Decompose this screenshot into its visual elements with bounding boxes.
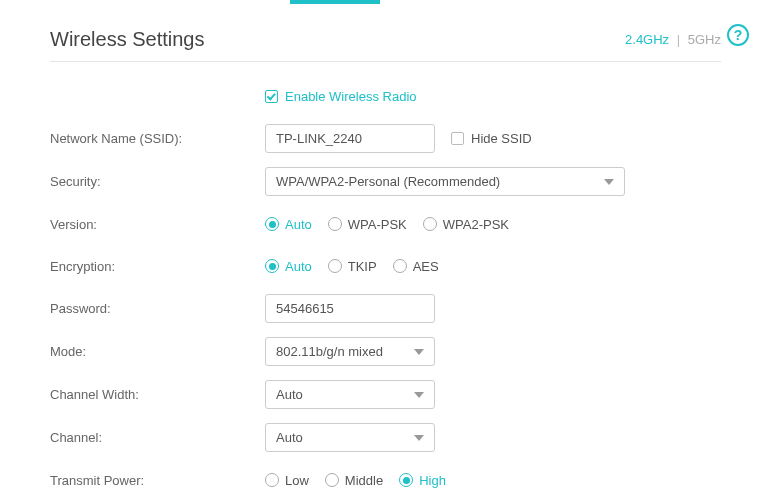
hide-ssid-label: Hide SSID [471, 131, 532, 146]
enable-wireless-label: Enable Wireless Radio [285, 89, 417, 104]
mode-value: 802.11b/g/n mixed [276, 344, 383, 359]
radio-icon [265, 259, 279, 273]
password-label: Password: [50, 301, 265, 316]
mode-label: Mode: [50, 344, 265, 359]
band-tabs: 2.4GHz | 5GHz [625, 32, 721, 47]
transmit-power-label: Transmit Power: [50, 473, 265, 488]
channel-select[interactable]: Auto [265, 423, 435, 452]
transmit-radio-high[interactable]: High [399, 473, 446, 488]
radio-icon [265, 217, 279, 231]
radio-label: WPA2-PSK [443, 217, 509, 232]
hide-ssid-checkbox[interactable]: Hide SSID [451, 131, 532, 146]
mode-select[interactable]: 802.11b/g/n mixed [265, 337, 435, 366]
version-radio-wpa-psk[interactable]: WPA-PSK [328, 217, 407, 232]
enable-wireless-checkbox[interactable]: Enable Wireless Radio [265, 89, 417, 104]
encryption-radio-auto[interactable]: Auto [265, 259, 312, 274]
encryption-label: Encryption: [50, 259, 265, 274]
transmit-radio-low[interactable]: Low [265, 473, 309, 488]
checkbox-icon [265, 90, 278, 103]
version-radio-group: AutoWPA-PSKWPA2-PSK [265, 217, 721, 232]
password-input[interactable] [265, 294, 435, 323]
security-value: WPA/WPA2-Personal (Recommended) [276, 174, 500, 189]
radio-icon [325, 473, 339, 487]
radio-icon [399, 473, 413, 487]
ssid-label: Network Name (SSID): [50, 131, 265, 146]
radio-icon [328, 259, 342, 273]
radio-label: AES [413, 259, 439, 274]
page-title: Wireless Settings [50, 28, 205, 51]
radio-label: WPA-PSK [348, 217, 407, 232]
chevron-down-icon [414, 349, 424, 355]
chevron-down-icon [414, 435, 424, 441]
version-radio-wpa2-psk[interactable]: WPA2-PSK [423, 217, 509, 232]
radio-label: Auto [285, 259, 312, 274]
version-radio-auto[interactable]: Auto [265, 217, 312, 232]
channel-value: Auto [276, 430, 303, 445]
chevron-down-icon [414, 392, 424, 398]
tab-5ghz[interactable]: 5GHz [688, 32, 721, 47]
tab-24ghz[interactable]: 2.4GHz [625, 32, 669, 47]
transmit-radio-middle[interactable]: Middle [325, 473, 383, 488]
version-label: Version: [50, 217, 265, 232]
top-accent-bar [0, 0, 771, 4]
ssid-input[interactable] [265, 124, 435, 153]
channel-width-value: Auto [276, 387, 303, 402]
radio-label: Auto [285, 217, 312, 232]
radio-icon [393, 259, 407, 273]
security-select[interactable]: WPA/WPA2-Personal (Recommended) [265, 167, 625, 196]
security-label: Security: [50, 174, 265, 189]
top-accent-highlight [290, 0, 380, 4]
radio-icon [265, 473, 279, 487]
transmit-radio-group: LowMiddleHigh [265, 473, 721, 488]
checkbox-icon [451, 132, 464, 145]
encryption-radio-aes[interactable]: AES [393, 259, 439, 274]
radio-icon [423, 217, 437, 231]
radio-label: TKIP [348, 259, 377, 274]
chevron-down-icon [604, 179, 614, 185]
help-icon[interactable]: ? [727, 24, 749, 46]
channel-width-select[interactable]: Auto [265, 380, 435, 409]
encryption-radio-group: AutoTKIPAES [265, 259, 721, 274]
channel-label: Channel: [50, 430, 265, 445]
radio-label: Low [285, 473, 309, 488]
radio-icon [328, 217, 342, 231]
band-separator: | [677, 32, 680, 47]
channel-width-label: Channel Width: [50, 387, 265, 402]
radio-label: High [419, 473, 446, 488]
encryption-radio-tkip[interactable]: TKIP [328, 259, 377, 274]
radio-label: Middle [345, 473, 383, 488]
page-header: Wireless Settings 2.4GHz | 5GHz ? [50, 28, 721, 62]
